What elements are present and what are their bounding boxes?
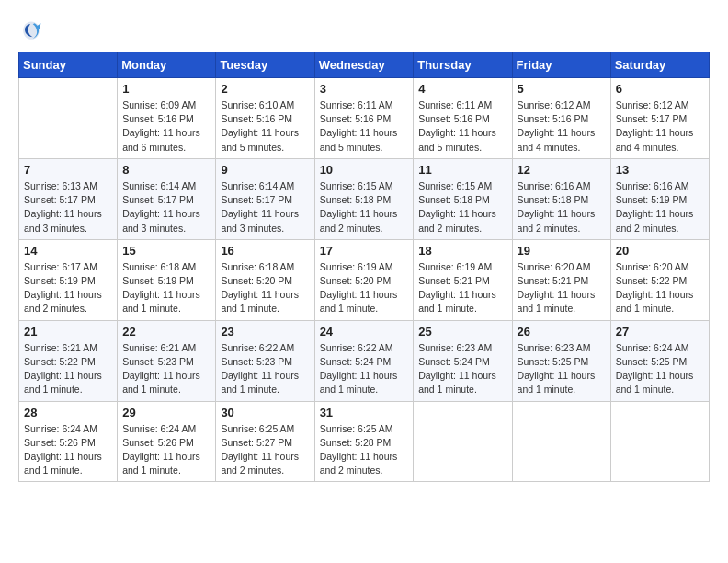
- calendar-cell: 9Sunrise: 6:14 AMSunset: 5:17 PMDaylight…: [216, 158, 314, 239]
- calendar-header-row: SundayMondayTuesdayWednesdayThursdayFrid…: [19, 52, 710, 78]
- day-info: Sunrise: 6:23 AMSunset: 5:25 PMDaylight:…: [518, 341, 606, 397]
- day-number: 25: [418, 325, 506, 339]
- calendar-cell: [414, 401, 512, 482]
- calendar-cell: 25Sunrise: 6:23 AMSunset: 5:24 PMDayligh…: [414, 320, 512, 401]
- calendar-cell: [512, 401, 610, 482]
- day-number: 11: [418, 163, 506, 177]
- col-header-sunday: Sunday: [19, 52, 118, 78]
- day-info: Sunrise: 6:18 AMSunset: 5:19 PMDaylight:…: [122, 260, 210, 316]
- col-header-wednesday: Wednesday: [314, 52, 414, 78]
- calendar-cell: 12Sunrise: 6:16 AMSunset: 5:18 PMDayligh…: [512, 158, 610, 239]
- calendar-cell: 1Sunrise: 6:09 AMSunset: 5:16 PMDaylight…: [118, 78, 216, 159]
- calendar-week-row: 14Sunrise: 6:17 AMSunset: 5:19 PMDayligh…: [19, 239, 710, 320]
- calendar-cell: 19Sunrise: 6:20 AMSunset: 5:21 PMDayligh…: [512, 239, 610, 320]
- calendar-cell: 2Sunrise: 6:10 AMSunset: 5:16 PMDaylight…: [216, 78, 314, 159]
- day-info: Sunrise: 6:19 AMSunset: 5:21 PMDaylight:…: [418, 260, 506, 316]
- calendar-cell: [610, 401, 709, 482]
- day-number: 12: [518, 163, 606, 177]
- day-info: Sunrise: 6:15 AMSunset: 5:18 PMDaylight:…: [320, 179, 409, 236]
- day-number: 10: [320, 163, 409, 177]
- day-info: Sunrise: 6:15 AMSunset: 5:18 PMDaylight:…: [418, 179, 506, 236]
- day-number: 2: [221, 82, 309, 96]
- calendar-cell: 26Sunrise: 6:23 AMSunset: 5:25 PMDayligh…: [512, 320, 610, 401]
- calendar-cell: [19, 78, 118, 159]
- day-number: 7: [24, 163, 112, 177]
- calendar-table: SundayMondayTuesdayWednesdayThursdayFrid…: [18, 52, 710, 482]
- day-number: 6: [616, 82, 704, 96]
- day-number: 14: [24, 244, 112, 258]
- day-info: Sunrise: 6:10 AMSunset: 5:16 PMDaylight:…: [221, 98, 309, 155]
- day-info: Sunrise: 6:25 AMSunset: 5:28 PMDaylight:…: [320, 422, 409, 478]
- calendar-cell: 18Sunrise: 6:19 AMSunset: 5:21 PMDayligh…: [414, 239, 512, 320]
- day-info: Sunrise: 6:13 AMSunset: 5:17 PMDaylight:…: [24, 179, 112, 236]
- day-info: Sunrise: 6:18 AMSunset: 5:20 PMDaylight:…: [221, 260, 309, 316]
- calendar-cell: 7Sunrise: 6:13 AMSunset: 5:17 PMDaylight…: [19, 158, 118, 239]
- day-info: Sunrise: 6:14 AMSunset: 5:17 PMDaylight:…: [122, 179, 210, 236]
- calendar-cell: 22Sunrise: 6:21 AMSunset: 5:23 PMDayligh…: [118, 320, 216, 401]
- day-number: 5: [518, 82, 606, 96]
- day-number: 23: [221, 325, 309, 339]
- day-info: Sunrise: 6:17 AMSunset: 5:19 PMDaylight:…: [24, 260, 112, 316]
- day-info: Sunrise: 6:23 AMSunset: 5:24 PMDaylight:…: [418, 341, 506, 397]
- calendar-cell: 13Sunrise: 6:16 AMSunset: 5:19 PMDayligh…: [610, 158, 709, 239]
- day-number: 27: [616, 325, 704, 339]
- day-number: 28: [24, 406, 112, 419]
- day-info: Sunrise: 6:20 AMSunset: 5:21 PMDaylight:…: [518, 260, 606, 316]
- calendar-week-row: 7Sunrise: 6:13 AMSunset: 5:17 PMDaylight…: [19, 158, 710, 239]
- col-header-monday: Monday: [118, 52, 216, 78]
- day-info: Sunrise: 6:12 AMSunset: 5:16 PMDaylight:…: [518, 98, 606, 155]
- day-number: 17: [320, 244, 409, 258]
- day-info: Sunrise: 6:24 AMSunset: 5:25 PMDaylight:…: [616, 341, 704, 397]
- col-header-thursday: Thursday: [414, 52, 512, 78]
- calendar-cell: 28Sunrise: 6:24 AMSunset: 5:26 PMDayligh…: [19, 401, 118, 482]
- calendar-cell: 24Sunrise: 6:22 AMSunset: 5:24 PMDayligh…: [314, 320, 414, 401]
- day-number: 8: [122, 163, 210, 177]
- day-number: 9: [221, 163, 309, 177]
- col-header-saturday: Saturday: [610, 52, 709, 78]
- day-number: 4: [418, 82, 506, 96]
- day-info: Sunrise: 6:11 AMSunset: 5:16 PMDaylight:…: [418, 98, 506, 155]
- day-number: 31: [320, 406, 409, 419]
- day-info: Sunrise: 6:25 AMSunset: 5:27 PMDaylight:…: [221, 422, 309, 478]
- day-info: Sunrise: 6:12 AMSunset: 5:17 PMDaylight:…: [616, 98, 704, 155]
- day-number: 19: [518, 244, 606, 258]
- col-header-friday: Friday: [512, 52, 610, 78]
- calendar-cell: 16Sunrise: 6:18 AMSunset: 5:20 PMDayligh…: [216, 239, 314, 320]
- day-info: Sunrise: 6:16 AMSunset: 5:19 PMDaylight:…: [616, 179, 704, 236]
- day-number: 21: [24, 325, 112, 339]
- day-info: Sunrise: 6:19 AMSunset: 5:20 PMDaylight:…: [320, 260, 409, 316]
- calendar-cell: 27Sunrise: 6:24 AMSunset: 5:25 PMDayligh…: [610, 320, 709, 401]
- calendar-cell: 15Sunrise: 6:18 AMSunset: 5:19 PMDayligh…: [118, 239, 216, 320]
- day-info: Sunrise: 6:14 AMSunset: 5:17 PMDaylight:…: [221, 179, 309, 236]
- calendar-cell: 3Sunrise: 6:11 AMSunset: 5:16 PMDaylight…: [314, 78, 414, 159]
- day-number: 1: [122, 82, 210, 96]
- calendar-cell: 4Sunrise: 6:11 AMSunset: 5:16 PMDaylight…: [414, 78, 512, 159]
- day-info: Sunrise: 6:21 AMSunset: 5:22 PMDaylight:…: [24, 341, 112, 397]
- day-number: 18: [418, 244, 506, 258]
- day-info: Sunrise: 6:24 AMSunset: 5:26 PMDaylight:…: [122, 422, 210, 478]
- calendar-cell: 11Sunrise: 6:15 AMSunset: 5:18 PMDayligh…: [414, 158, 512, 239]
- calendar-cell: 29Sunrise: 6:24 AMSunset: 5:26 PMDayligh…: [118, 401, 216, 482]
- col-header-tuesday: Tuesday: [216, 52, 314, 78]
- calendar-cell: 14Sunrise: 6:17 AMSunset: 5:19 PMDayligh…: [19, 239, 118, 320]
- calendar-cell: 8Sunrise: 6:14 AMSunset: 5:17 PMDaylight…: [118, 158, 216, 239]
- day-number: 26: [518, 325, 606, 339]
- calendar-cell: 21Sunrise: 6:21 AMSunset: 5:22 PMDayligh…: [19, 320, 118, 401]
- calendar-week-row: 21Sunrise: 6:21 AMSunset: 5:22 PMDayligh…: [19, 320, 710, 401]
- day-number: 13: [616, 163, 704, 177]
- day-info: Sunrise: 6:20 AMSunset: 5:22 PMDaylight:…: [616, 260, 704, 316]
- day-info: Sunrise: 6:22 AMSunset: 5:24 PMDaylight:…: [320, 341, 409, 397]
- day-info: Sunrise: 6:24 AMSunset: 5:26 PMDaylight:…: [24, 422, 112, 478]
- day-info: Sunrise: 6:11 AMSunset: 5:16 PMDaylight:…: [320, 98, 409, 155]
- calendar-cell: 6Sunrise: 6:12 AMSunset: 5:17 PMDaylight…: [610, 78, 709, 159]
- calendar-cell: 20Sunrise: 6:20 AMSunset: 5:22 PMDayligh…: [610, 239, 709, 320]
- day-info: Sunrise: 6:16 AMSunset: 5:18 PMDaylight:…: [518, 179, 606, 236]
- day-number: 30: [221, 406, 309, 419]
- day-number: 15: [122, 244, 210, 258]
- calendar-cell: 30Sunrise: 6:25 AMSunset: 5:27 PMDayligh…: [216, 401, 314, 482]
- calendar-cell: 17Sunrise: 6:19 AMSunset: 5:20 PMDayligh…: [314, 239, 414, 320]
- calendar-cell: 23Sunrise: 6:22 AMSunset: 5:23 PMDayligh…: [216, 320, 314, 401]
- day-number: 20: [616, 244, 704, 258]
- day-info: Sunrise: 6:21 AMSunset: 5:23 PMDaylight:…: [122, 341, 210, 397]
- logo-icon: [18, 18, 44, 44]
